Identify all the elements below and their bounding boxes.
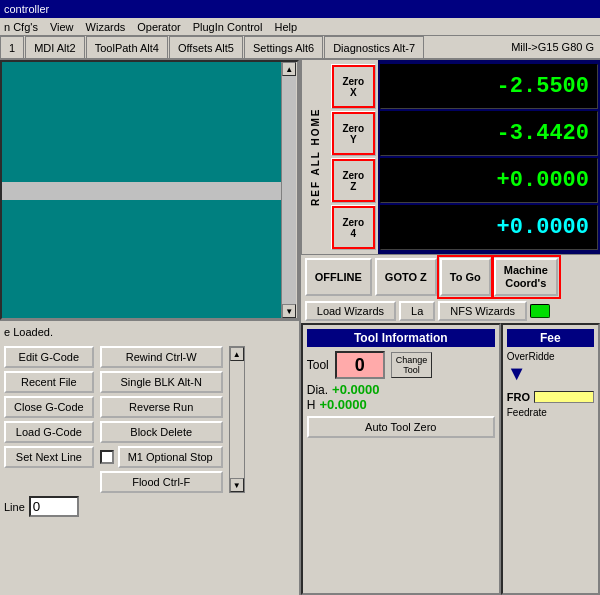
zero-buttons-col: Zero X Zero Y Zero Z Zero 4 [329,60,378,254]
tab-diagnostics[interactable]: Diagnostics Alt-7 [324,36,424,58]
zero-x-line2: X [350,87,357,98]
gcode-scrollbar: ▲ ▼ [281,62,297,318]
change-tool-btn[interactable]: Change Tool [391,352,433,378]
h-label: H [307,398,316,412]
menu-plugin[interactable]: PlugIn Control [193,21,263,33]
optional-stop-row: M1 Optional Stop [100,446,223,468]
optional-stop-checkbox[interactable] [100,450,114,464]
set-next-line-btn[interactable]: Set Next Line [4,446,94,468]
single-blk-btn[interactable]: Single BLK Alt-N [100,371,223,393]
zero-x-btn[interactable]: Zero X [331,64,376,109]
ref-all-home-label: REF ALL HOME [301,60,329,254]
offline-btn[interactable]: OFFLINE [305,258,372,296]
tab-offsets[interactable]: Offsets Alt5 [169,36,243,58]
la-btn[interactable]: La [399,301,435,321]
feed-title: Fee [507,329,594,347]
rewind-btn[interactable]: Rewind Ctrl-W [100,346,223,368]
menu-cfg[interactable]: n Cfg's [4,21,38,33]
menu-bar: n Cfg's View Wizards Operator PlugIn Con… [0,18,600,36]
zero-x-line1: Zero [342,76,364,87]
tabs-row: 1 MDI Alt2 ToolPath Alt4 Offsets Alt5 Se… [0,36,600,60]
tool-info-title: Tool Information [307,329,495,347]
goto-z-btn[interactable]: GOTO Z [375,258,437,296]
menu-wizards[interactable]: Wizards [86,21,126,33]
overridden-label: OverRidde [507,351,594,362]
machine-coords-btn[interactable]: Machine Coord's [494,258,558,296]
load-wizards-btn[interactable]: Load Wizards [305,301,396,321]
title-label: controller [4,3,49,15]
dro-x: -2.5500 [380,64,598,109]
zero-z-btn[interactable]: Zero Z [331,158,376,203]
zero-y-line2: Y [350,134,357,145]
flood-btn[interactable]: Flood Ctrl-F [100,471,223,493]
block-delete-btn[interactable]: Block Delete [100,421,223,443]
to-go-btn[interactable]: To Go [440,258,491,296]
m1-optional-stop-btn[interactable]: M1 Optional Stop [118,446,223,468]
scroll-down-btn[interactable]: ▼ [282,304,296,318]
left-panel: ▲ ▼ e Loaded. Edit G-Code Recent File Cl… [0,60,301,595]
zero-y-line1: Zero [342,123,364,134]
mid-scrollbar: ▲ ▼ [229,346,245,493]
tool-label: Tool [307,358,329,372]
gcode-highlight [2,182,297,200]
line-row: Line [4,496,295,517]
scroll-track [282,76,296,304]
close-gcode-btn[interactable]: Close G-Code [4,396,94,418]
dia-value: +0.0000 [332,382,379,397]
load-gcode-btn[interactable]: Load G-Code [4,421,94,443]
zero-4-btn[interactable]: Zero 4 [331,205,376,250]
status-text: e Loaded. [4,326,53,338]
tab-1[interactable]: 1 [0,36,24,58]
line-input[interactable] [29,496,79,517]
tab-settings[interactable]: Settings Alt6 [244,36,323,58]
zero-z-line2: Z [350,181,356,192]
title-bar: controller [0,0,600,18]
wizards-row: Load Wizards La NFS Wizards [301,299,600,323]
bottom-left: Edit G-Code Recent File Close G-Code Loa… [0,342,299,595]
line-label: Line [4,501,25,513]
right-panel: REF ALL HOME Zero X Zero Y Zero Z Zero [301,60,600,595]
zero-4-line2: 4 [350,228,356,239]
bottom-right: Tool Information Tool 0 Change Tool Dia.… [301,323,600,595]
main-content: ▲ ▼ e Loaded. Edit G-Code Recent File Cl… [0,60,600,595]
dro-y: -3.4420 [380,111,598,156]
tool-number-box: 0 [335,351,385,379]
dro-z: +0.0000 [380,158,598,203]
tab-mdi[interactable]: MDI Alt2 [25,36,85,58]
tab-toolpath[interactable]: ToolPath Alt4 [86,36,168,58]
reverse-run-btn[interactable]: Reverse Run [100,396,223,418]
tool-info-panel: Tool Information Tool 0 Change Tool Dia.… [301,323,501,595]
dro-4: +0.0000 [380,205,598,250]
fro-slider[interactable] [534,391,594,403]
feedrate-label: Feedrate [507,407,594,418]
nfs-wizards-btn[interactable]: NFS Wizards [438,301,527,321]
menu-view[interactable]: View [50,21,74,33]
mid-scroll-down[interactable]: ▼ [230,478,244,492]
h-value: +0.0000 [319,397,366,412]
tool-number-row: Tool 0 Change Tool [307,351,495,379]
zero-4-line1: Zero [342,217,364,228]
tool-h-row: H +0.0000 [307,397,495,412]
mid-scroll-up[interactable]: ▲ [230,347,244,361]
arrow-down-icon: ▼ [507,362,594,385]
dro-section: REF ALL HOME Zero X Zero Y Zero Z Zero [301,60,600,254]
edit-gcode-btn[interactable]: Edit G-Code [4,346,94,368]
status-bar: e Loaded. [0,320,299,342]
ctrl-buttons-row: OFFLINE GOTO Z To Go Machine Coord's [301,254,600,299]
menu-help[interactable]: Help [274,21,297,33]
recent-file-btn[interactable]: Recent File [4,371,94,393]
tab-right-label: Mill->G15 G80 G [505,36,600,58]
zero-z-line1: Zero [342,170,364,181]
auto-tool-zero-btn[interactable]: Auto Tool Zero [307,416,495,438]
dia-label: Dia. [307,383,328,397]
fro-label: FRO [507,391,530,403]
menu-operator[interactable]: Operator [137,21,180,33]
dro-displays: -2.5500 -3.4420 +0.0000 +0.0000 [378,60,600,254]
tool-dia-row: Dia. +0.0000 [307,382,495,397]
zero-y-btn[interactable]: Zero Y [331,111,376,156]
led-green [530,304,550,318]
btn-row-1: Edit G-Code Recent File Close G-Code Loa… [4,346,295,493]
feed-panel: Fee OverRidde ▼ FRO Feedrate [501,323,600,595]
scroll-up-btn[interactable]: ▲ [282,62,296,76]
gcode-area: ▲ ▼ [0,60,299,320]
